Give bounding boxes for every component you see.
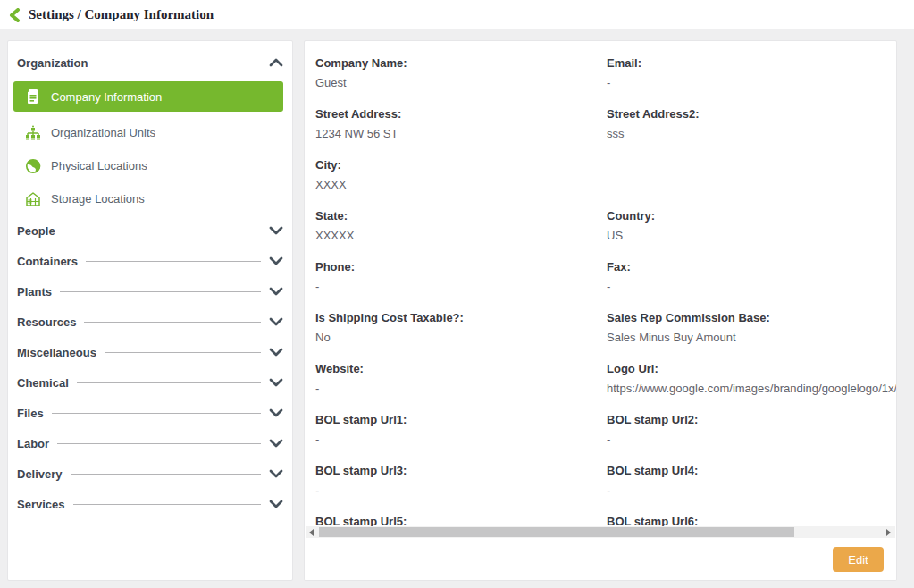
- field-email: Email: -: [607, 56, 897, 89]
- sidebar-section-delivery[interactable]: Delivery: [17, 458, 283, 489]
- breadcrumb-bar: Settings / Company Information: [0, 0, 914, 29]
- company-information-fields: Company Name: Guest Email: - Street Addr…: [305, 41, 896, 548]
- sidebar-item-label: Organizational Units: [51, 126, 155, 139]
- field-bol-stamp-url2: BOL stamp Url2: -: [607, 413, 897, 446]
- field-street-address2: Street Address2: sss: [607, 107, 897, 140]
- field-label: BOL stamp Url1:: [315, 413, 607, 426]
- section-divider-line: [52, 413, 261, 414]
- chevron-down-icon: [269, 500, 283, 508]
- field-phone: Phone: -: [315, 260, 607, 293]
- field-label: BOL stamp Url3:: [315, 464, 607, 477]
- horizontal-scrollbar-thumb[interactable]: [319, 527, 794, 537]
- section-label: Plants: [17, 285, 52, 298]
- chevron-down-icon: [269, 469, 283, 478]
- section-divider-line: [63, 231, 261, 231]
- sidebar-section-resources[interactable]: Resources: [17, 307, 283, 337]
- chevron-down-icon: [269, 378, 283, 387]
- field-city: City: XXXX: [315, 158, 607, 191]
- field-bol-stamp-url4: BOL stamp Url4: -: [607, 464, 897, 497]
- chevron-down-icon: [269, 317, 283, 326]
- field-label: Sales Rep Commission Base:: [607, 311, 897, 324]
- field-fax: Fax: -: [607, 260, 897, 293]
- field-street-address: Street Address: 1234 NW 56 ST: [315, 107, 607, 140]
- field-label: BOL stamp Url4:: [607, 464, 897, 477]
- section-label: Services: [17, 498, 65, 511]
- sidebar-section-miscellaneous[interactable]: Miscellaneous: [17, 337, 283, 367]
- section-label: Containers: [17, 255, 78, 268]
- edit-button[interactable]: Edit: [833, 547, 884, 572]
- sidebar-section-services[interactable]: Services: [17, 489, 283, 519]
- sidebar-section-files[interactable]: Files: [17, 398, 283, 428]
- field-value: XXXX: [315, 178, 607, 191]
- section-divider-line: [60, 291, 261, 292]
- section-label: Delivery: [17, 467, 63, 481]
- field-bol-stamp-url1: BOL stamp Url1: -: [315, 413, 607, 446]
- section-divider-line: [86, 261, 261, 262]
- sidebar-section-chemical[interactable]: Chemical: [17, 367, 283, 398]
- sidebar-item-storage-locations[interactable]: Storage Locations: [17, 182, 283, 215]
- field-label: Is Shipping Cost Taxable?:: [315, 311, 607, 324]
- field-label: Email:: [607, 56, 897, 70]
- section-divider-line: [84, 322, 261, 323]
- field-value: No: [315, 331, 607, 344]
- field-label: City:: [315, 158, 607, 172]
- section-divider-line: [73, 504, 262, 505]
- field-value: -: [315, 382, 607, 395]
- section-label: Chemical: [17, 376, 69, 390]
- field-shipping-cost-taxable: Is Shipping Cost Taxable?: No: [315, 311, 607, 344]
- back-chevron-icon[interactable]: [8, 8, 21, 22]
- field-value: US: [607, 229, 897, 242]
- sidebar-item-label: Physical Locations: [51, 159, 147, 172]
- chevron-down-icon: [269, 408, 283, 417]
- field-value: https://www.google.com/images/branding/g…: [607, 382, 897, 395]
- section-label: Files: [17, 407, 44, 420]
- sidebar-section-organization[interactable]: Organization: [17, 48, 283, 77]
- chevron-down-icon: [269, 348, 283, 357]
- section-label: Resources: [17, 315, 76, 329]
- field-label: Street Address:: [315, 107, 607, 121]
- field-bol-stamp-url3: BOL stamp Url3: -: [315, 464, 607, 497]
- field-value: -: [315, 483, 607, 497]
- sidebar-section-plants[interactable]: Plants: [17, 276, 283, 307]
- chevron-down-icon: [269, 439, 283, 448]
- org-chart-icon: [25, 125, 41, 141]
- sidebar-section-containers[interactable]: Containers: [17, 246, 283, 276]
- field-label: BOL stamp Url2:: [607, 413, 897, 426]
- company-information-panel: Company Name: Guest Email: - Street Addr…: [304, 40, 897, 581]
- sidebar-item-physical-locations[interactable]: Physical Locations: [17, 149, 283, 182]
- sidebar-item-organizational-units[interactable]: Organizational Units: [17, 116, 283, 149]
- scroll-left-arrow-icon[interactable]: [309, 529, 314, 536]
- field-label: State:: [315, 209, 607, 223]
- field-value: Guest: [315, 76, 607, 89]
- field-label: Phone:: [315, 260, 607, 273]
- field-value: -: [315, 280, 607, 293]
- sidebar-section-people[interactable]: People: [17, 215, 283, 246]
- section-divider-line: [96, 63, 261, 63]
- field-label: Country:: [607, 209, 897, 223]
- warehouse-icon: [25, 191, 41, 207]
- field-country: Country: US: [607, 209, 897, 242]
- field-empty-cell: [607, 158, 897, 191]
- section-label: Miscellaneous: [17, 346, 96, 359]
- field-label: Company Name:: [315, 56, 607, 70]
- field-label: Street Address2:: [607, 107, 897, 121]
- settings-sidebar: Organization Company Information Organiz…: [7, 40, 293, 581]
- field-value: XXXXX: [315, 229, 607, 242]
- sidebar-item-label: Company Information: [51, 90, 162, 104]
- field-website: Website: -: [315, 362, 607, 395]
- field-value: -: [607, 280, 897, 293]
- section-divider-line: [71, 474, 261, 475]
- field-state: State: XXXXX: [315, 209, 607, 242]
- horizontal-scrollbar[interactable]: [306, 526, 895, 538]
- breadcrumb: Settings / Company Information: [29, 7, 214, 22]
- sidebar-item-company-information[interactable]: Company Information: [13, 81, 283, 112]
- scroll-right-arrow-icon[interactable]: [886, 529, 891, 536]
- section-label: Labor: [17, 437, 49, 450]
- field-value: sss: [607, 127, 897, 140]
- field-sales-rep-commission-base: Sales Rep Commission Base: Sales Minus B…: [607, 311, 897, 344]
- field-label: Fax:: [607, 260, 897, 273]
- field-logo-url: Logo Url: https://www.google.com/images/…: [607, 362, 897, 395]
- panel-footer: Edit: [305, 539, 896, 580]
- sidebar-section-labor[interactable]: Labor: [17, 428, 283, 458]
- field-value: Sales Minus Buy Amount: [607, 331, 897, 344]
